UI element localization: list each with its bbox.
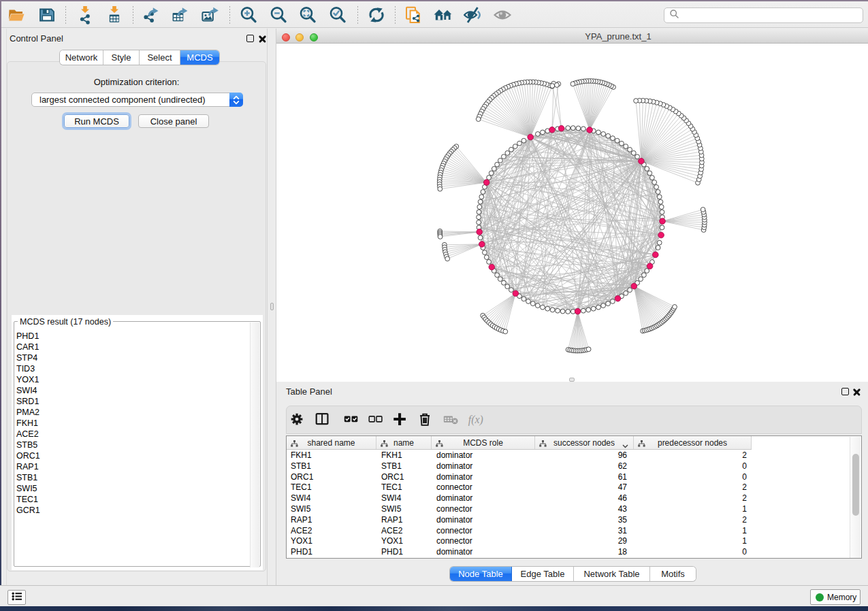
first-neighbors-icon[interactable] [434, 5, 453, 24]
import-table-icon[interactable] [105, 5, 124, 24]
cell-name[interactable]: ACE2 [381, 526, 429, 537]
cell-predecessor-nodes[interactable]: 2 [634, 450, 747, 461]
network-graph-canvas[interactable] [276, 44, 868, 382]
column-header-successor-nodes[interactable]: successor nodes [535, 436, 634, 449]
close-panel-icon[interactable] [259, 35, 266, 43]
tab-edge-table[interactable]: Edge Table [512, 567, 574, 581]
new-network-from-selection-icon[interactable] [404, 5, 423, 24]
cell-shared-name[interactable]: RAP1 [291, 515, 359, 526]
unselect-all-columns-icon[interactable] [367, 411, 385, 429]
delete-table-icon[interactable] [443, 411, 460, 429]
hide-details-icon[interactable] [464, 5, 483, 24]
column-header-predecessor-nodes[interactable]: predecessor nodes [634, 436, 752, 449]
cell-shared-name[interactable]: TEC1 [291, 482, 359, 493]
cell-successor-nodes[interactable]: 47 [535, 482, 627, 493]
cell-predecessor-nodes[interactable]: 0 [634, 472, 747, 483]
tab-node-table[interactable]: Node Table [450, 567, 512, 581]
create-column-icon[interactable] [391, 411, 409, 429]
tab-motifs[interactable]: Motifs [650, 567, 696, 581]
zoom-in-icon[interactable] [239, 5, 258, 24]
column-header-MCDS-role[interactable]: MCDS role [432, 436, 535, 449]
mcds-result-item[interactable]: FKH1 [16, 418, 251, 429]
show-details-icon[interactable] [494, 5, 513, 24]
cell-name[interactable]: STB1 [381, 461, 429, 472]
cell-mcds-role[interactable]: connector [436, 482, 504, 493]
mcds-result-item[interactable]: PMA2 [16, 407, 251, 418]
apply-layout-icon[interactable] [367, 5, 386, 24]
node-table-scrollbar[interactable] [850, 437, 861, 558]
cell-successor-nodes[interactable]: 96 [535, 450, 627, 461]
cell-predecessor-nodes[interactable]: 2 [634, 493, 747, 504]
search-box[interactable] [664, 7, 863, 23]
cell-successor-nodes[interactable]: 61 [535, 472, 627, 483]
column-header-shared-name[interactable]: shared name [287, 436, 376, 449]
window-zoom-traffic-light[interactable] [310, 33, 318, 42]
vertical-splitter-grip[interactable] [270, 303, 274, 310]
tab-style[interactable]: Style [103, 50, 140, 65]
tab-network-table[interactable]: Network Table [574, 567, 650, 581]
show-columns-icon[interactable] [314, 411, 332, 429]
mcds-result-item[interactable]: RAP1 [16, 461, 251, 472]
mcds-result-item[interactable]: CAR1 [16, 342, 251, 352]
mcds-result-item[interactable]: SWI4 [16, 385, 251, 396]
cell-mcds-role[interactable]: connector [436, 526, 504, 537]
cell-predecessor-nodes[interactable]: 1 [634, 504, 747, 515]
cell-successor-nodes[interactable]: 18 [535, 547, 627, 558]
mcds-result-item[interactable]: STP4 [16, 352, 251, 363]
tab-network[interactable]: Network [60, 50, 103, 65]
select-all-columns-icon[interactable] [342, 411, 360, 429]
zoom-selected-icon[interactable] [328, 5, 347, 24]
cell-mcds-role[interactable]: dominator [436, 450, 504, 461]
window-close-traffic-light[interactable] [282, 33, 290, 42]
tab-mcds[interactable]: MCDS [180, 50, 219, 65]
cell-shared-name[interactable]: SWI4 [291, 493, 359, 504]
mcds-result-item[interactable]: YOX1 [16, 374, 251, 385]
float-panel-icon[interactable] [246, 35, 254, 42]
cell-name[interactable]: TEC1 [381, 482, 429, 493]
cell-successor-nodes[interactable]: 31 [535, 526, 627, 537]
cell-mcds-role[interactable]: dominator [436, 472, 504, 483]
node-table-scrollbar-thumb[interactable] [852, 454, 859, 516]
save-session-icon[interactable] [37, 5, 57, 24]
cell-name[interactable]: FKH1 [381, 450, 429, 461]
cell-name[interactable]: SWI5 [381, 504, 429, 515]
cell-successor-nodes[interactable]: 29 [535, 536, 627, 547]
cell-mcds-role[interactable]: connector [436, 504, 504, 515]
function-builder-icon[interactable]: f(x) [467, 411, 485, 429]
export-table-icon[interactable] [170, 5, 189, 24]
cell-shared-name[interactable]: ORC1 [291, 472, 359, 483]
run-mcds-button[interactable]: Run MCDS [64, 114, 129, 128]
mcds-list-scrollbar[interactable] [250, 323, 259, 567]
mcds-result-item[interactable]: PHD1 [16, 331, 251, 342]
cell-mcds-role[interactable]: dominator [436, 547, 504, 558]
cell-shared-name[interactable]: SWI5 [291, 504, 359, 515]
cell-successor-nodes[interactable]: 46 [535, 493, 627, 504]
cell-mcds-role[interactable]: connector [436, 536, 504, 547]
mcds-result-item[interactable]: STB5 [16, 440, 251, 450]
memory-button[interactable]: Memory [810, 589, 861, 605]
window-minimize-traffic-light[interactable] [295, 33, 304, 42]
cell-predecessor-nodes[interactable]: 1 [634, 536, 747, 547]
cell-name[interactable]: SWI4 [381, 493, 429, 504]
mcds-result-item[interactable]: SRD1 [16, 396, 251, 407]
cell-shared-name[interactable]: STB1 [291, 461, 359, 472]
mcds-result-item[interactable]: SWI5 [16, 483, 251, 494]
cell-shared-name[interactable]: PHD1 [291, 547, 359, 558]
cell-mcds-role[interactable]: dominator [436, 493, 504, 504]
cell-name[interactable]: PHD1 [381, 547, 429, 558]
cell-predecessor-nodes[interactable]: 2 [634, 515, 747, 526]
zoom-fit-icon[interactable] [298, 5, 317, 24]
table-float-panel-icon[interactable] [841, 388, 849, 395]
import-network-icon[interactable] [76, 5, 95, 24]
tab-select[interactable]: Select [140, 50, 180, 65]
table-settings-icon[interactable] [289, 411, 306, 429]
cell-mcds-role[interactable]: dominator [436, 461, 504, 472]
cell-shared-name[interactable]: FKH1 [291, 450, 359, 461]
cell-predecessor-nodes[interactable]: 1 [634, 526, 747, 537]
mcds-result-item[interactable]: STB1 [16, 472, 251, 483]
mcds-result-item[interactable]: TID3 [16, 363, 251, 374]
cell-shared-name[interactable]: YOX1 [291, 536, 359, 547]
export-network-icon[interactable] [141, 5, 160, 24]
cell-name[interactable]: YOX1 [381, 536, 429, 547]
show-panels-button[interactable] [7, 590, 26, 605]
